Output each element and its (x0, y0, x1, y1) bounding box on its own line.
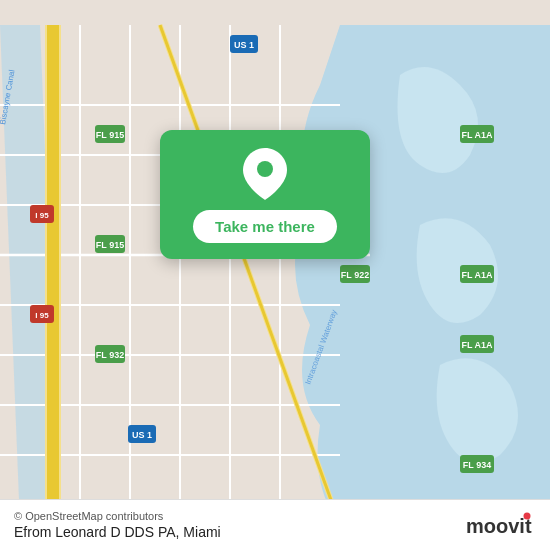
map-background: US 1 US 1 US 1 FL 915 FL 915 FL 932 FL 9… (0, 0, 550, 550)
bottom-bar: © OpenStreetMap contributors Efrom Leona… (0, 499, 550, 550)
copyright-text: © OpenStreetMap contributors (14, 510, 221, 522)
svg-text:I 95: I 95 (35, 211, 49, 220)
svg-text:moovit: moovit (466, 515, 532, 537)
svg-text:FL 915: FL 915 (96, 130, 124, 140)
svg-point-46 (524, 513, 531, 520)
location-name: Efrom Leonard D DDS PA, Miami (14, 524, 221, 540)
svg-text:US 1: US 1 (234, 40, 254, 50)
moovit-logo: moovit (466, 511, 536, 539)
svg-rect-15 (47, 25, 59, 525)
svg-text:US 1: US 1 (132, 430, 152, 440)
map-pin-icon (243, 148, 287, 200)
svg-text:FL 932: FL 932 (96, 350, 124, 360)
map-container: US 1 US 1 US 1 FL 915 FL 915 FL 932 FL 9… (0, 0, 550, 550)
svg-text:I 95: I 95 (35, 311, 49, 320)
svg-text:FL A1A: FL A1A (461, 270, 493, 280)
moovit-logo-svg: moovit (466, 511, 536, 539)
svg-text:FL A1A: FL A1A (461, 340, 493, 350)
svg-text:FL 934: FL 934 (463, 460, 491, 470)
bottom-left: © OpenStreetMap contributors Efrom Leona… (14, 510, 221, 540)
svg-text:FL 922: FL 922 (341, 270, 369, 280)
action-card: Take me there (160, 130, 370, 259)
svg-point-44 (257, 161, 273, 177)
svg-text:FL 915: FL 915 (96, 240, 124, 250)
take-me-there-button[interactable]: Take me there (193, 210, 337, 243)
svg-text:FL A1A: FL A1A (461, 130, 493, 140)
